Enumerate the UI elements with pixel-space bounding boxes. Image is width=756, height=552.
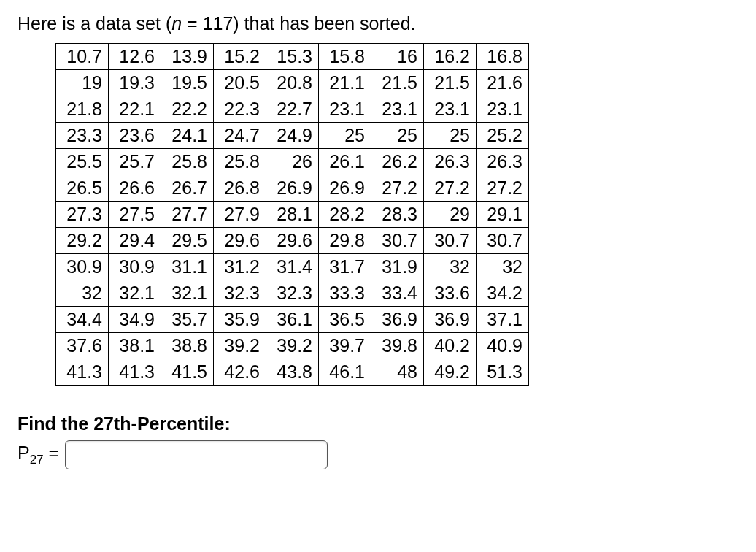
table-cell: 34.2 — [477, 280, 529, 307]
table-cell: 32.1 — [109, 280, 161, 307]
table-cell: 23.1 — [371, 96, 424, 123]
percentile-input[interactable] — [65, 440, 328, 469]
table-row: 29.229.429.529.629.629.830.730.730.7 — [56, 228, 529, 254]
table-cell: 21.1 — [319, 70, 371, 96]
table-cell: 30.7 — [371, 228, 424, 254]
table-row: 41.341.341.542.643.846.14849.251.3 — [56, 359, 529, 386]
table-row: 30.930.931.131.231.431.731.93232 — [56, 254, 529, 280]
table-cell: 43.8 — [266, 359, 319, 386]
table-cell: 36.9 — [371, 307, 424, 333]
table-row: 37.638.138.839.239.239.739.840.240.9 — [56, 333, 529, 359]
table-cell: 41.3 — [109, 359, 161, 386]
table-cell: 26.6 — [109, 175, 161, 202]
table-cell: 38.1 — [109, 333, 161, 359]
answer-symbol: P — [18, 442, 30, 463]
table-cell: 31.2 — [214, 254, 266, 280]
table-cell: 15.2 — [214, 44, 266, 70]
table-row: 3232.132.132.332.333.333.433.634.2 — [56, 280, 529, 307]
table-cell: 23.1 — [477, 96, 529, 123]
table-row: 1919.319.520.520.821.121.521.521.6 — [56, 70, 529, 96]
table-row: 10.712.613.915.215.315.81616.216.8 — [56, 44, 529, 70]
table-cell: 19.3 — [109, 70, 161, 96]
question-text: Find the 27th-Percentile: — [18, 413, 738, 434]
table-cell: 36.1 — [266, 307, 319, 333]
table-cell: 32 — [424, 254, 477, 280]
table-cell: 32 — [56, 280, 109, 307]
table-cell: 24.9 — [266, 123, 319, 149]
table-cell: 32 — [477, 254, 529, 280]
table-cell: 30.7 — [424, 228, 477, 254]
table-cell: 27.3 — [56, 202, 109, 228]
table-cell: 22.3 — [214, 96, 266, 123]
table-cell: 15.3 — [266, 44, 319, 70]
table-cell: 32.3 — [266, 280, 319, 307]
table-cell: 39.7 — [319, 333, 371, 359]
table-cell: 32.1 — [161, 280, 214, 307]
table-row: 23.323.624.124.724.925252525.2 — [56, 123, 529, 149]
table-cell: 31.9 — [371, 254, 424, 280]
table-cell: 46.1 — [319, 359, 371, 386]
table-cell: 12.6 — [109, 44, 161, 70]
table-cell: 27.2 — [371, 175, 424, 202]
table-cell: 31.1 — [161, 254, 214, 280]
table-cell: 35.7 — [161, 307, 214, 333]
table-cell: 27.9 — [214, 202, 266, 228]
table-cell: 25 — [319, 123, 371, 149]
table-cell: 30.7 — [477, 228, 529, 254]
table-cell: 36.9 — [424, 307, 477, 333]
table-cell: 28.1 — [266, 202, 319, 228]
table-cell: 39.2 — [266, 333, 319, 359]
answer-equals: = — [44, 442, 60, 463]
table-cell: 26 — [266, 149, 319, 175]
table-cell: 40.9 — [477, 333, 529, 359]
table-cell: 33.4 — [371, 280, 424, 307]
table-cell: 35.9 — [214, 307, 266, 333]
table-cell: 20.5 — [214, 70, 266, 96]
table-cell: 28.2 — [319, 202, 371, 228]
table-cell: 19 — [56, 70, 109, 96]
table-row: 34.434.935.735.936.136.536.936.937.1 — [56, 307, 529, 333]
table-cell: 25 — [371, 123, 424, 149]
table-cell: 22.2 — [161, 96, 214, 123]
table-cell: 26.3 — [477, 149, 529, 175]
table-cell: 51.3 — [477, 359, 529, 386]
answer-subscript: 27 — [30, 453, 44, 467]
table-cell: 15.8 — [319, 44, 371, 70]
table-cell: 31.7 — [319, 254, 371, 280]
table-row: 26.526.626.726.826.926.927.227.227.2 — [56, 175, 529, 202]
answer-row: P27 = — [18, 440, 738, 469]
table-cell: 22.7 — [266, 96, 319, 123]
table-cell: 29 — [424, 202, 477, 228]
intro-text: Here is a data set (n = 117) that has be… — [18, 13, 738, 34]
table-cell: 19.5 — [161, 70, 214, 96]
table-cell: 24.1 — [161, 123, 214, 149]
table-cell: 21.5 — [424, 70, 477, 96]
table-cell: 30.9 — [109, 254, 161, 280]
table-cell: 23.1 — [319, 96, 371, 123]
table-cell: 29.1 — [477, 202, 529, 228]
table-cell: 26.2 — [371, 149, 424, 175]
table-cell: 21.8 — [56, 96, 109, 123]
table-cell: 10.7 — [56, 44, 109, 70]
table-cell: 29.2 — [56, 228, 109, 254]
intro-suffix: ) that has been sorted. — [233, 13, 415, 34]
table-cell: 26.5 — [56, 175, 109, 202]
table-cell: 38.8 — [161, 333, 214, 359]
table-cell: 26.9 — [266, 175, 319, 202]
answer-label: P27 = — [18, 442, 59, 467]
table-cell: 39.8 — [371, 333, 424, 359]
n-value: 117 — [203, 13, 234, 34]
table-cell: 42.6 — [214, 359, 266, 386]
table-cell: 16.8 — [477, 44, 529, 70]
table-cell: 30.9 — [56, 254, 109, 280]
table-cell: 25.2 — [477, 123, 529, 149]
table-cell: 33.6 — [424, 280, 477, 307]
table-cell: 29.6 — [214, 228, 266, 254]
table-cell: 29.5 — [161, 228, 214, 254]
n-variable: n — [171, 13, 182, 34]
table-cell: 25.8 — [214, 149, 266, 175]
table-cell: 37.1 — [477, 307, 529, 333]
table-cell: 24.7 — [214, 123, 266, 149]
table-cell: 37.6 — [56, 333, 109, 359]
table-cell: 23.6 — [109, 123, 161, 149]
